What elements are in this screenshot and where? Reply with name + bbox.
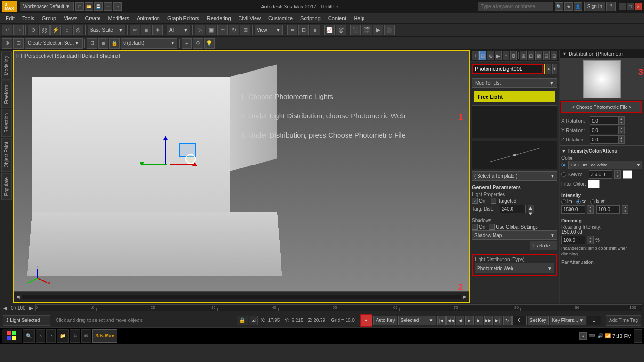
view-dropdown[interactable]: View▼ — [255, 25, 283, 35]
new-icon[interactable]: □ — [75, 2, 84, 11]
pi-hierarchy[interactable]: ⊕ — [487, 51, 494, 60]
menu-content[interactable]: Content — [324, 13, 350, 24]
add-time-tag-button[interactable]: Add Time Tag — [606, 315, 641, 326]
pi-display[interactable]: ○ — [503, 51, 509, 60]
taskbar-up-icon[interactable]: ▲ — [579, 332, 587, 340]
search-input[interactable] — [478, 2, 553, 11]
schematic-icon[interactable]: 🕸 — [336, 25, 346, 35]
transport-start[interactable]: |◀ — [437, 316, 446, 325]
taskbar-cortana[interactable]: ○ — [36, 329, 45, 343]
modifier-list-dropdown[interactable]: Modifier List ▼ — [472, 78, 557, 88]
select-icon[interactable]: ⊕ — [28, 25, 38, 35]
workspace-dropdown[interactable]: Workspace: Default ▼ — [20, 2, 74, 11]
menu-scripting[interactable]: Scripting — [297, 13, 324, 24]
sidebar-freeform[interactable]: Freeform — [1, 81, 12, 108]
taskbar-search[interactable]: 🔍 — [23, 329, 35, 343]
render-setup-icon[interactable]: 🎬 — [362, 25, 372, 35]
taskbar-keyboard-icon[interactable]: ⌨ — [589, 333, 595, 338]
taskbar-edge[interactable]: e — [46, 329, 56, 343]
vp-scroll-left[interactable]: ◀ — [16, 294, 20, 299]
open-icon[interactable]: 📂 — [85, 2, 93, 11]
intensity-spinner2[interactable]: ▲▼ — [622, 205, 628, 214]
intensity-value2-input[interactable] — [596, 205, 620, 214]
minimize-button[interactable]: — — [619, 3, 626, 10]
key-filters-button[interactable]: Key Filters... ▼ — [550, 316, 586, 325]
dim-pct-input[interactable] — [561, 236, 585, 244]
kelvin-radio[interactable] — [561, 172, 566, 177]
menu-civil-view[interactable]: Civil View — [235, 13, 264, 24]
lm-radio[interactable]: lm — [561, 199, 572, 204]
select-obj-icon[interactable]: ▷ — [195, 25, 205, 35]
undo-tb-btn[interactable]: ↩ — [2, 25, 12, 35]
pi-motion[interactable]: ▶ — [495, 51, 502, 60]
tb2-add-icon[interactable]: + — [182, 38, 192, 49]
pi-extra5[interactable]: ⊟ — [551, 51, 557, 60]
menu-create[interactable]: Create — [81, 13, 104, 24]
pi-utilities[interactable]: ⚙ — [510, 51, 517, 60]
free-light-button[interactable]: Free Light — [474, 91, 555, 102]
menu-views[interactable]: Views — [60, 13, 81, 24]
timeline-arrow-right[interactable]: ▶ — [28, 305, 34, 311]
name-arrow-down[interactable]: ▼ — [552, 64, 557, 74]
cd-radio[interactable]: cd — [576, 199, 587, 204]
all-dropdown[interactable]: All▼ — [167, 25, 190, 35]
taskbar-3dsmax[interactable]: 3ds Max — [92, 329, 117, 343]
scrubber-track[interactable]: 0 10 20 30 40 50 60 70 80 90 100 — [35, 304, 642, 311]
menu-group[interactable]: Group — [38, 13, 60, 24]
hierarchy-icon[interactable]: ≡ — [141, 25, 151, 35]
menu-tools[interactable]: Tools — [18, 13, 38, 24]
pi-create[interactable]: + — [472, 51, 479, 60]
obj-paint-icon[interactable]: ✏ — [130, 25, 140, 35]
pi-extra3[interactable]: ⊠ — [535, 51, 542, 60]
taskbar-explorer[interactable]: 📁 — [57, 329, 69, 343]
taskbar-email[interactable]: ✉ — [81, 329, 91, 343]
help-button[interactable]: ? — [606, 2, 616, 11]
search-icon[interactable]: 🔍 — [555, 2, 563, 11]
save-icon[interactable]: 💾 — [94, 2, 103, 11]
link-icon[interactable]: ⛓ — [39, 25, 50, 35]
kelvin-spinner[interactable]: ▲▼ — [614, 170, 621, 179]
base-state-dropdown[interactable]: Base State▼ — [88, 25, 125, 35]
targ-dist-spinner[interactable]: ▲▼ — [528, 205, 534, 213]
d65-radio[interactable] — [561, 163, 566, 167]
menu-edit[interactable]: Edit — [2, 13, 18, 24]
sidebar-modeling[interactable]: Modeling — [1, 52, 12, 80]
targ-dist-input[interactable] — [500, 205, 526, 213]
sign-in-button[interactable]: Sign In — [584, 2, 605, 11]
layer-icon[interactable]: ≡ — [310, 25, 320, 35]
toolbar2-icon2[interactable]: ⊡ — [13, 38, 24, 49]
x-rotation-input[interactable] — [590, 116, 618, 125]
dim-spinner[interactable]: ▲▼ — [587, 236, 594, 244]
color-option-dropdown[interactable]: D65 Illum...ce White ▼ — [568, 161, 642, 169]
redo-icon[interactable]: ↪ — [113, 2, 122, 11]
mirror-icon[interactable]: ⇔ — [287, 25, 297, 35]
tb2-icon3[interactable]: ⊞ — [87, 38, 97, 49]
kelvin-input[interactable] — [589, 170, 612, 179]
template-dropdown[interactable]: ( Select a Template ) ▼ — [472, 171, 557, 181]
select-region-icon[interactable]: ▣ — [206, 25, 216, 35]
transport-play[interactable]: ▶ — [465, 316, 474, 325]
y-rotation-spinner[interactable]: ▲▼ — [618, 126, 625, 134]
curve-editor-icon[interactable]: 📈 — [324, 25, 335, 35]
kelvin-swatch[interactable] — [623, 170, 632, 179]
vp-scrollbar[interactable] — [22, 295, 461, 299]
intensity-spinner[interactable]: ▲▼ — [587, 205, 594, 214]
windows-start-button[interactable] — [2, 329, 22, 343]
menu-customize[interactable]: Customize — [264, 13, 297, 24]
z-rotation-input[interactable] — [590, 135, 618, 144]
taskbar-chrome[interactable]: ⊕ — [70, 329, 80, 343]
user-icon[interactable]: 👤 — [574, 2, 582, 11]
transport-end[interactable]: ▶| — [494, 316, 502, 325]
add-plus-button[interactable]: + — [360, 314, 372, 327]
selected-dropdown[interactable]: Selected▼ — [398, 316, 436, 325]
frame-input[interactable] — [512, 316, 527, 325]
scale-icon[interactable]: ⊠ — [240, 25, 250, 35]
menu-graph-editors[interactable]: Graph Editors — [164, 13, 203, 24]
close-button[interactable]: ✕ — [635, 3, 642, 10]
undo-icon[interactable]: ↩ — [104, 2, 112, 11]
sidebar-populate[interactable]: Populate — [1, 173, 12, 200]
maximize-button[interactable]: □ — [627, 3, 634, 10]
star-icon[interactable]: ★ — [564, 2, 573, 11]
shadows-on-checkbox[interactable]: On — [472, 224, 485, 230]
transport-loop[interactable]: ↻ — [503, 316, 512, 325]
